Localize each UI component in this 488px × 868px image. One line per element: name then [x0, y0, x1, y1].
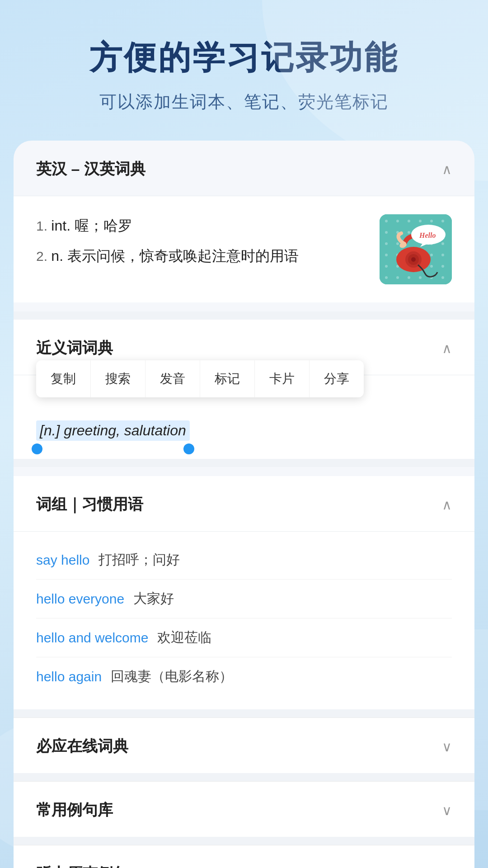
phrase-list: say hello 打招呼；问好 hello everyone 大家好 hell…	[14, 532, 474, 709]
svg-point-32	[441, 276, 444, 279]
svg-point-2	[396, 220, 399, 222]
context-menu-copy[interactable]: 复制	[36, 360, 91, 397]
online-dict-title: 必应在线词典	[36, 736, 128, 757]
svg-point-7	[385, 231, 388, 234]
example-sentences-chevron-down-icon: ∨	[442, 802, 452, 818]
phrase-item-2[interactable]: hello everyone 大家好	[36, 580, 452, 618]
divider-1	[14, 311, 474, 320]
svg-point-6	[441, 220, 444, 222]
svg-point-30	[419, 276, 422, 279]
synonym-highlighted-text: [n.] greeting, salutation	[36, 420, 190, 441]
phrase-chinese-1: 打招呼；问好	[99, 551, 180, 569]
synonyms-dict-title: 近义词词典	[36, 338, 113, 359]
en-zh-dict-header[interactable]: 英汉 – 汉英词典 ∧	[14, 141, 474, 196]
hello-illustration-container: Hello	[380, 214, 452, 284]
svg-point-21	[385, 265, 388, 268]
phrase-item-4[interactable]: hello again 回魂妻（电影名称）	[36, 657, 452, 696]
selection-handle-left	[32, 443, 42, 454]
audio-examples-section: 听力原声例句 +	[14, 845, 474, 868]
def-number-1: 1.	[36, 218, 51, 233]
svg-point-14	[396, 242, 399, 245]
def-content-1: 喔；哈罗	[75, 217, 132, 234]
svg-point-37	[411, 257, 416, 262]
svg-point-9	[408, 231, 410, 234]
example-sentences-title: 常用例句库	[36, 800, 113, 821]
hello-telephone-image: Hello	[380, 214, 452, 284]
context-menu-search[interactable]: 搜索	[91, 360, 145, 397]
svg-point-28	[396, 276, 399, 279]
svg-point-1	[385, 220, 388, 222]
phrase-english-3: hello and welcome	[36, 630, 148, 646]
phrases-title: 词组｜习惯用语	[36, 494, 143, 515]
phrases-chevron-up-icon: ∧	[442, 497, 452, 513]
page-subtitle: 可以添加生词本、笔记、荧光笔标记	[27, 90, 461, 113]
selection-handle-right	[183, 443, 194, 454]
context-menu-pronounce[interactable]: 发音	[145, 360, 200, 397]
svg-point-20	[441, 254, 444, 256]
phrase-chinese-3: 欢迎莅临	[157, 628, 211, 647]
phrases-header[interactable]: 词组｜习惯用语 ∧	[14, 476, 474, 532]
def-number-2: 2.	[36, 249, 51, 264]
definition-line-2: 2. n. 表示问候，惊奇或唤起注意时的用语	[36, 245, 371, 268]
header-section: 方便的学习记录功能 可以添加生词本、笔记、荧光笔标记	[0, 0, 488, 141]
svg-point-19	[430, 254, 433, 256]
svg-point-25	[430, 265, 433, 268]
svg-point-27	[385, 276, 388, 279]
phrase-item-1[interactable]: say hello 打招呼；问好	[36, 541, 452, 580]
context-menu: 复制 搜索 发音 标记 卡片 分享	[36, 360, 364, 397]
example-sentences-header[interactable]: 常用例句库 ∨	[14, 782, 474, 837]
phrase-item-3[interactable]: hello and welcome 欢迎莅临	[36, 618, 452, 657]
def-type-1: int.	[51, 217, 75, 234]
page-title: 方便的学习记录功能	[27, 36, 461, 80]
def-content-2: 表示问候，惊奇或唤起注意时的用语	[67, 248, 299, 264]
definition-card: 1. int. 喔；哈罗 2. n. 表示问候，惊奇或唤起注意时的用语	[14, 196, 474, 302]
phrases-section: 词组｜习惯用语 ∧ say hello 打招呼；问好 hello everyon…	[14, 476, 474, 709]
phrase-chinese-2: 大家好	[133, 590, 174, 608]
en-zh-dict-title: 英汉 – 汉英词典	[36, 159, 145, 179]
context-menu-card[interactable]: 卡片	[255, 360, 310, 397]
svg-text:Hello: Hello	[419, 231, 436, 239]
definition-text: 1. int. 喔；哈罗 2. n. 表示问候，惊奇或唤起注意时的用语	[36, 214, 371, 275]
svg-point-26	[441, 265, 444, 268]
definition-line-1: 1. int. 喔；哈罗	[36, 214, 371, 237]
synonyms-chevron-up-icon: ∧	[442, 340, 452, 356]
en-zh-chevron-up-icon: ∧	[442, 161, 452, 177]
svg-point-13	[385, 242, 388, 245]
svg-point-17	[385, 254, 388, 256]
svg-point-3	[408, 220, 410, 222]
example-sentences-section: 常用例句库 ∨	[14, 781, 474, 837]
divider-3	[14, 709, 474, 717]
phrase-english-2: hello everyone	[36, 591, 124, 607]
phrase-english-4: hello again	[36, 669, 102, 684]
card-container: 英汉 – 汉英词典 ∧ 1. int. 喔；哈罗 2. n. 表示问候，惊奇或唤…	[14, 141, 474, 868]
svg-point-5	[430, 220, 433, 222]
def-type-2: n.	[51, 248, 67, 264]
divider-2	[14, 459, 474, 467]
context-menu-mark[interactable]: 标记	[200, 360, 255, 397]
divider-5	[14, 837, 474, 845]
svg-point-4	[419, 220, 422, 222]
context-menu-share[interactable]: 分享	[310, 360, 364, 397]
audio-examples-plus-icon[interactable]: +	[441, 864, 452, 868]
svg-point-16	[441, 242, 444, 245]
online-dict-chevron-down-icon: ∨	[442, 739, 452, 755]
online-dict-header[interactable]: 必应在线词典 ∨	[14, 718, 474, 773]
svg-point-29	[408, 276, 410, 279]
divider-4	[14, 773, 474, 781]
synonym-text-content: [n.] greeting, salutation	[40, 422, 186, 439]
synonyms-section: 近义词词典 ∧ 复制 搜索 发音 标记 卡片 分享 [n.] greeting,…	[14, 320, 474, 459]
phrase-english-1: say hello	[36, 552, 89, 568]
audio-examples-title: 听力原声例句	[36, 863, 128, 868]
phrase-chinese-4: 回魂妻（电影名称）	[111, 667, 233, 686]
online-dict-section: 必应在线词典 ∨	[14, 717, 474, 773]
audio-examples-header[interactable]: 听力原声例句 +	[14, 845, 474, 868]
